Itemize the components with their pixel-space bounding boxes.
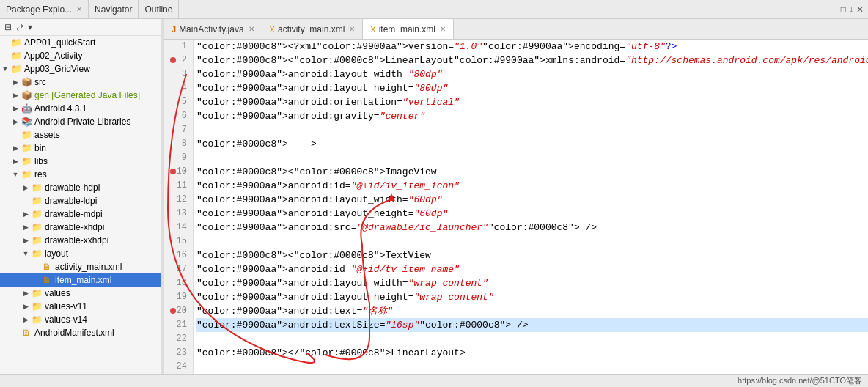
maximize-button[interactable]: ↓ xyxy=(849,4,853,15)
panel-tab-bar: Package Explo... ✕ Navigator Outline □ ↓… xyxy=(0,0,868,19)
sidebar-item-drawable-ldpi[interactable]: 📁 drawable-ldpi xyxy=(0,194,161,207)
sidebar-item-values-v11[interactable]: ▶ 📁 values-v11 xyxy=(0,300,161,313)
tree-arrow: ▼ xyxy=(0,65,10,73)
tree-arrow: ▶ xyxy=(10,105,21,112)
tree-label: gen [Generated Java Files] xyxy=(34,90,140,100)
sidebar-item-drawable-xhdpi[interactable]: ▶ 📁 drawable-xhdpi xyxy=(0,221,161,234)
code-line-7[interactable] xyxy=(196,123,868,137)
tab-mainactivity[interactable]: J MainActivity.java ✕ xyxy=(164,19,262,39)
tab-mainactivity-close[interactable]: ✕ xyxy=(249,25,254,33)
code-line-23[interactable]: "color:#0000c8"></"color:#0000c8">Linear… xyxy=(196,346,868,360)
sidebar-item-layout[interactable]: ▼ 📁 layout xyxy=(0,247,161,260)
sidebar-item-drawable-xxhdpi[interactable]: ▶ 📁 drawable-xxhdpi xyxy=(0,234,161,247)
sidebar-item-values[interactable]: ▶ 📁 values xyxy=(0,287,161,300)
minimize-button[interactable]: □ xyxy=(841,4,846,15)
code-line-2[interactable]: "color:#0000c8"><"color:#0000c8">LinearL… xyxy=(196,54,868,67)
code-line-16[interactable]: "color:#0000c8"><"color:#0000c8">TextVie… xyxy=(196,248,868,262)
tree-icon-lib: 📚 xyxy=(21,116,32,128)
tree-icon-xml: 🗎 xyxy=(21,327,32,339)
tab-package-explorer-close[interactable]: ✕ xyxy=(76,5,82,13)
line-numbers: 123456789101112131415161718192021222324 xyxy=(164,40,194,374)
tree-label: AndroidManifest.xml xyxy=(34,328,114,338)
line-number-23: 23 xyxy=(170,346,187,360)
sidebar-item-app02[interactable]: 📁 App02_Activity xyxy=(0,49,161,62)
tree-arrow: ▶ xyxy=(10,78,21,86)
code-line-1[interactable]: "color:#0000c8"><?xml "color:#9900aa">ve… xyxy=(196,40,868,54)
code-content[interactable]: 123456789101112131415161718192021222324 … xyxy=(164,40,868,374)
sidebar-item-bin[interactable]: ▶ 📁 bin xyxy=(0,141,161,155)
sidebar-item-item_main[interactable]: 🗎 item_main.xml xyxy=(0,273,161,287)
code-line-3[interactable]: "color:#9900aa">android:layout_width="80… xyxy=(196,67,868,81)
sidebar-item-assets[interactable]: 📁 assets xyxy=(0,128,161,141)
tree-label: values-v14 xyxy=(45,314,87,325)
code-line-20[interactable]: "color:#9900aa">android:text="名称" xyxy=(196,304,868,318)
code-line-11[interactable]: "color:#9900aa">android:id="@+id/iv_item… xyxy=(196,179,868,193)
collapse-all-button[interactable]: ⊟ xyxy=(3,21,13,34)
tree-label: assets xyxy=(34,130,60,140)
tree-label: bin xyxy=(34,143,46,153)
code-line-24[interactable] xyxy=(196,360,868,374)
sidebar-item-privlibs[interactable]: ▶ 📚 Android Private Libraries xyxy=(0,115,161,128)
code-line-8[interactable]: "color:#0000c8"> > xyxy=(196,137,868,151)
tree-label: values-v11 xyxy=(45,301,87,312)
code-line-18[interactable]: "color:#9900aa">android:layout_width="wr… xyxy=(196,276,868,290)
code-line-4[interactable]: "color:#9900aa">android:layout_height="8… xyxy=(196,81,868,95)
code-line-6[interactable]: "color:#9900aa">android:gravity="center" xyxy=(196,109,868,123)
sidebar-toolbar: ⊟ ⇄ ▾ xyxy=(0,19,161,36)
sidebar-item-app01[interactable]: 📁 APP01_quickStart xyxy=(0,36,161,49)
sidebar-item-gen[interactable]: ▶ 📦 gen [Generated Java Files] xyxy=(0,89,161,102)
sidebar-item-libs[interactable]: ▶ 📁 libs xyxy=(0,155,161,168)
line-number-6: 6 xyxy=(170,109,187,123)
sidebar-item-app03[interactable]: ▼ 📁 App03_GridView xyxy=(0,62,161,75)
tab-activity-main[interactable]: X activity_main.xml ✕ xyxy=(262,19,364,39)
sidebar-item-android431[interactable]: ▶ 🤖 Android 4.3.1 xyxy=(0,102,161,115)
code-line-13[interactable]: "color:#9900aa">android:layout_height="6… xyxy=(196,207,868,221)
tree-icon-folder: 📁 xyxy=(31,301,43,312)
tree-arrow: ▶ xyxy=(21,224,31,231)
tab-package-explorer[interactable]: Package Explo... ✕ xyxy=(0,0,89,18)
sidebar-menu-button[interactable]: ▾ xyxy=(26,21,34,34)
line-number-5: 5 xyxy=(170,95,187,109)
code-line-14[interactable]: "color:#9900aa">android:src="@drawable/i… xyxy=(196,221,868,235)
line-marker-10 xyxy=(170,169,176,174)
tab-mainactivity-label: MainActivity.java xyxy=(179,24,243,34)
code-lines[interactable]: "color:#0000c8"><?xml "color:#9900aa">ve… xyxy=(194,40,868,374)
close-panel-button[interactable]: ✕ xyxy=(856,4,864,15)
tree-arrow: ▶ xyxy=(21,290,31,297)
tab-item-main[interactable]: X item_main.xml ✕ xyxy=(363,19,454,39)
sidebar-item-src[interactable]: ▶ 📦 src xyxy=(0,75,161,89)
tree-icon-folder: 📁 xyxy=(21,142,32,154)
line-number-15: 15 xyxy=(170,235,187,248)
code-line-22[interactable] xyxy=(196,332,868,346)
tab-activity-main-close[interactable]: ✕ xyxy=(349,25,355,33)
sidebar-item-drawable-hdpi[interactable]: ▶ 📁 drawable-hdpi xyxy=(0,181,161,194)
tree-icon-gen: 📦 xyxy=(21,89,32,101)
sidebar-item-drawable-mdpi[interactable]: ▶ 📁 drawable-mdpi xyxy=(0,207,161,221)
tree-arrow: ▼ xyxy=(10,171,21,178)
tree-icon-project: 📁 xyxy=(10,37,22,48)
tab-outline[interactable]: Outline xyxy=(139,0,179,18)
sidebar-item-activity_main[interactable]: 🗎 activity_main.xml xyxy=(0,260,161,273)
tab-navigator[interactable]: Navigator xyxy=(89,0,139,18)
line-number-3: 3 xyxy=(170,67,187,81)
line-number-20: 20 xyxy=(170,304,187,318)
code-line-17[interactable]: "color:#9900aa">android:id="@+id/tv_item… xyxy=(196,262,868,276)
tab-item-main-close[interactable]: ✕ xyxy=(440,25,446,33)
code-line-9[interactable] xyxy=(196,151,868,165)
line-number-9: 9 xyxy=(170,151,187,165)
code-line-21[interactable]: "color:#9900aa">android:textSize="16sp""… xyxy=(196,318,868,332)
tree-label: APP01_quickStart xyxy=(24,37,95,48)
sidebar-item-androidmanifest[interactable]: 🗎 AndroidManifest.xml xyxy=(0,326,161,339)
code-line-12[interactable]: "color:#9900aa">android:layout_width="60… xyxy=(196,193,868,207)
code-line-19[interactable]: "color:#9900aa">android:layout_height="w… xyxy=(196,290,868,304)
line-number-21: 21 xyxy=(170,318,187,332)
tree-label: drawable-ldpi xyxy=(45,196,97,206)
tree-label: activity_main.xml xyxy=(55,262,122,272)
link-editor-button[interactable]: ⇄ xyxy=(15,21,25,34)
sidebar-item-values-v14[interactable]: ▶ 📁 values-v14 xyxy=(0,313,161,326)
code-line-5[interactable]: "color:#9900aa">android:orientation="ver… xyxy=(196,95,868,109)
sidebar-item-res[interactable]: ▼ 📁 res xyxy=(0,168,161,181)
tree-icon-folder: 📁 xyxy=(31,287,43,299)
code-line-10[interactable]: "color:#0000c8"><"color:#0000c8">ImageVi… xyxy=(196,165,868,179)
code-line-15[interactable] xyxy=(196,235,868,248)
